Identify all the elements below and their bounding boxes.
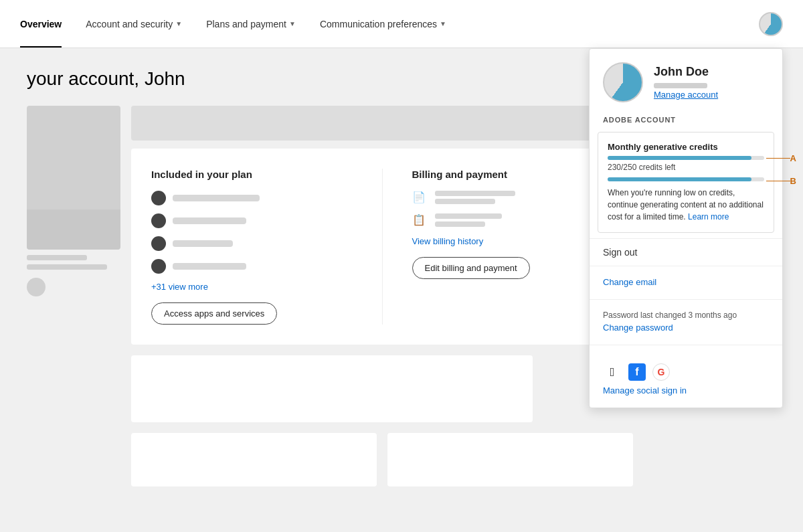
below-panel-password: Password last changed 3 months ago Chang… xyxy=(590,299,782,345)
plan-item-1 xyxy=(151,191,353,205)
card-row: Included in your plan xyxy=(151,169,613,325)
billing-lines-1 xyxy=(435,191,515,204)
billing-btn-row: Edit billing and payment xyxy=(412,257,614,279)
manage-account-link[interactable]: Manage account xyxy=(654,90,718,100)
nav-plans-label: Plans and payment xyxy=(206,19,286,29)
comms-chevron-icon: ▼ xyxy=(440,20,446,27)
credits-bar-fill-a xyxy=(608,156,751,160)
billing-bar-2a xyxy=(435,213,502,219)
plan-item-4 xyxy=(151,259,353,274)
billing-item-2: 📋 xyxy=(412,213,614,227)
plan-dot-3 xyxy=(151,236,166,251)
credits-bar-section-b: 230/250 credits left B xyxy=(608,163,764,181)
plan-dot-1 xyxy=(151,191,166,205)
view-more-link[interactable]: +31 view more xyxy=(151,282,353,292)
panel-avatar-wrap xyxy=(603,62,643,102)
included-btn-row: Access apps and services xyxy=(151,302,353,325)
nav-plans[interactable]: Plans and payment ▼ xyxy=(194,0,308,48)
panel-name-bar xyxy=(654,83,707,88)
nav-overview-label: Overview xyxy=(20,19,62,29)
nav-overview[interactable]: Overview xyxy=(20,0,74,48)
billing-icon-2: 📋 xyxy=(412,213,428,227)
billing-bar-1a xyxy=(435,191,515,196)
billing-title: Billing and payment xyxy=(412,169,614,180)
nav-comms-label: Communication preferences xyxy=(320,19,437,29)
billing-bar-2b xyxy=(435,221,485,227)
edit-billing-button[interactable]: Edit billing and payment xyxy=(412,257,530,279)
below-placeholder-1 xyxy=(131,355,533,422)
included-section: Included in your plan xyxy=(151,169,353,325)
panel-avatar xyxy=(603,62,643,102)
side-column xyxy=(27,106,120,486)
sign-out-row[interactable]: Sign out xyxy=(590,238,782,266)
side-image-top xyxy=(27,106,120,209)
credits-title: Monthly generative credits xyxy=(608,142,764,152)
included-title: Included in your plan xyxy=(151,169,353,180)
billing-section: Billing and payment 📄 📋 xyxy=(412,169,614,325)
side-image-bottom xyxy=(27,209,120,250)
plan-bar-4 xyxy=(173,263,246,270)
user-dropdown-panel: John Doe Manage account ADOBE ACCOUNT Mo… xyxy=(589,48,783,408)
google-icon: G xyxy=(652,363,670,381)
nav-account-label: Account and security xyxy=(86,19,173,29)
plans-chevron-icon: ▼ xyxy=(289,20,296,27)
credits-bar-fill-b xyxy=(608,177,751,181)
facebook-icon: f xyxy=(628,363,646,381)
plan-bar-1 xyxy=(173,195,260,201)
password-label: Password last changed 3 months ago xyxy=(603,311,769,320)
plan-item-3 xyxy=(151,236,353,251)
annotation-b-group: B xyxy=(766,176,796,186)
account-chevron-icon: ▼ xyxy=(175,20,182,27)
plan-dot-2 xyxy=(151,213,166,228)
content-card: Included in your plan xyxy=(131,149,633,345)
social-icons:  f G xyxy=(603,363,769,381)
bottom-section-2 xyxy=(387,433,633,486)
change-password-link[interactable]: Change password xyxy=(603,323,769,333)
side-bars xyxy=(27,255,120,270)
nav-comms[interactable]: Communication preferences ▼ xyxy=(308,0,458,48)
annotation-a-line xyxy=(766,158,790,159)
below-panel-social:  f G Manage social sign in xyxy=(590,345,782,408)
credits-desc: When you're running low on credits, cont… xyxy=(608,187,764,223)
plan-dot-4 xyxy=(151,259,166,274)
user-avatar[interactable] xyxy=(759,12,783,36)
bottom-sections xyxy=(131,433,633,486)
view-billing-link[interactable]: View billing history xyxy=(412,236,614,246)
annotation-a-label: A xyxy=(790,153,796,163)
apple-icon:  xyxy=(603,363,622,381)
manage-social-link[interactable]: Manage social sign in xyxy=(603,385,769,395)
plan-item-2 xyxy=(151,213,353,228)
credits-bar-container-a xyxy=(608,156,764,160)
side-bar-2 xyxy=(27,264,107,270)
credits-desc-text: When you're running low on credits, cont… xyxy=(608,188,764,221)
access-apps-button[interactable]: Access apps and services xyxy=(151,302,277,325)
top-navigation: Overview Account and security ▼ Plans an… xyxy=(0,0,803,48)
billing-lines-2 xyxy=(435,213,502,227)
credits-count: 230/250 credits left xyxy=(608,163,764,172)
adobe-account-label: ADOBE ACCOUNT xyxy=(590,110,782,126)
billing-icon-1: 📄 xyxy=(412,191,428,204)
panel-user-info: John Doe Manage account xyxy=(654,65,718,100)
bottom-section-1 xyxy=(131,433,377,486)
billing-item-1: 📄 xyxy=(412,191,614,204)
side-bar-1 xyxy=(27,255,87,260)
plan-bar-2 xyxy=(173,217,246,224)
credits-bar-section-a: A xyxy=(608,156,764,160)
annotation-a-group: A xyxy=(766,153,796,163)
plan-bar-3 xyxy=(173,240,233,247)
below-panel-email: Change email xyxy=(590,266,782,299)
panel-header: John Doe Manage account xyxy=(590,49,782,110)
change-email-link[interactable]: Change email xyxy=(603,277,769,287)
credits-card: Monthly generative credits A 230/250 cre… xyxy=(598,132,774,233)
panel-user-name: John Doe xyxy=(654,65,718,79)
side-circle xyxy=(27,278,46,296)
annotation-b-label: B xyxy=(790,176,796,186)
sign-out-label: Sign out xyxy=(603,247,637,258)
credits-bar-container-b xyxy=(608,177,764,181)
credits-learn-more[interactable]: Learn more xyxy=(688,212,729,221)
annotation-b-line xyxy=(766,181,790,181)
section-divider xyxy=(382,169,383,325)
nav-account[interactable]: Account and security ▼ xyxy=(74,0,194,48)
billing-bar-1b xyxy=(435,199,495,204)
